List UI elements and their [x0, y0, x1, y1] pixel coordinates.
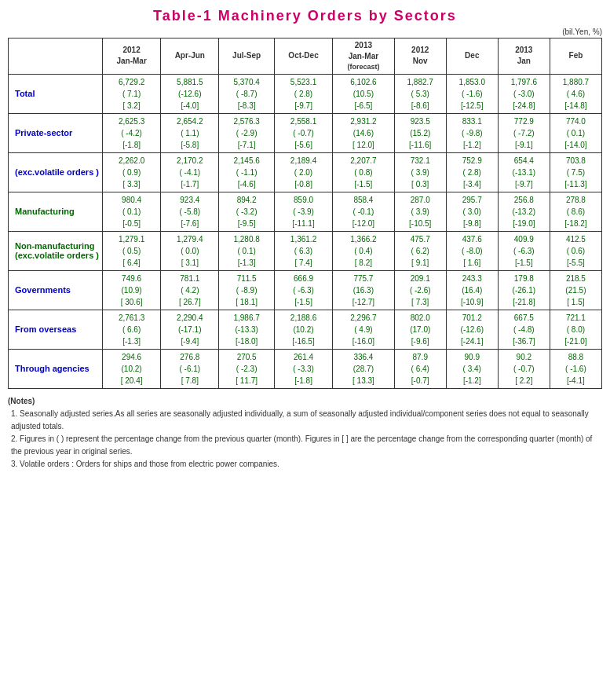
data-cell-r0-c1: 5,881.5(-12.6)[-4.0] [161, 74, 219, 113]
table-row: Manufacturing980.4( 0.1)[-0.5]923.4( -5.… [9, 192, 602, 231]
data-cell-r5-c6: 243.3(16.4)[-10.9] [446, 270, 498, 310]
col-header-jul-sep: Jul-Sep [219, 38, 275, 75]
table-row: Through agencies294.6(10.2)[ 20.4]276.8(… [9, 349, 602, 388]
table-row: Private-sector2,625.3( -4.2)[-1.8]2,654.… [9, 113, 602, 152]
table-row: Governments749.6(10.9)[ 30.6]781.1( 4.2)… [9, 270, 602, 310]
data-cell-r6-c3: 2,188.6(10.2)[-16.5] [274, 310, 332, 349]
notes-section: (Notes) 1. Seasonally adjusted series.As… [8, 395, 602, 471]
data-cell-r5-c7: 179.8(-26.1)[-21.8] [498, 270, 550, 310]
data-cell-r7-c1: 276.8( -6.1)[ 7.8] [161, 349, 219, 388]
data-cell-r1-c3: 2,558.1( -0.7)[-5.6] [274, 113, 332, 152]
data-cell-r1-c5: 923.5(15.2)[-11.6] [394, 113, 446, 152]
data-cell-r2-c8: 703.8( 7.5)[-11.3] [550, 152, 601, 192]
row-label-1: Private-sector [9, 113, 103, 152]
data-cell-r7-c2: 270.5( -2.3)[ 11.7] [219, 349, 275, 388]
data-cell-r1-c1: 2,654.2( 1.1)[-5.8] [161, 113, 219, 152]
data-cell-r3-c3: 859.0( -3.9)[-11.1] [274, 192, 332, 231]
data-cell-r0-c5: 1,882.7( 5.3)[-8.6] [394, 74, 446, 113]
data-cell-r0-c4: 6,102.6(10.5)[-6.5] [333, 74, 395, 113]
row-label-4: Non-manufacturing(exc.volatile orders ) [9, 231, 103, 270]
row-label-0: Total [9, 74, 103, 113]
data-cell-r4-c2: 1,280.8( 0.1)[-1.3] [219, 231, 275, 270]
data-cell-r5-c8: 218.5(21.5)[ 1.5] [550, 270, 601, 310]
data-cell-r5-c3: 666.9( -6.3)[-1.5] [274, 270, 332, 310]
unit-label: (bil.Yen, %) [8, 27, 602, 36]
data-cell-r4-c5: 475.7( 6.2)[ 9.1] [394, 231, 446, 270]
col-header-label [9, 38, 103, 75]
data-cell-r4-c8: 412.5( 0.6)[-5.5] [550, 231, 601, 270]
data-cell-r6-c6: 701.2(-12.6)[-24.1] [446, 310, 498, 349]
col-header-2013-jan: 2013 Jan [498, 38, 550, 75]
data-cell-r3-c8: 278.8( 8.6)[-18.2] [550, 192, 601, 231]
row-label-7: Through agencies [9, 349, 103, 388]
data-cell-r6-c2: 1,986.7(-13.3)[-18.0] [219, 310, 275, 349]
data-cell-r0-c2: 5,370.4( -8.7)[-8.3] [219, 74, 275, 113]
data-cell-r3-c5: 287.0( 3.9)[-10.5] [394, 192, 446, 231]
col-header-2013-jan-mar: 2013 Jan-Mar (forecast) [333, 38, 395, 75]
col-header-oct-dec: Oct-Dec [274, 38, 332, 75]
note-item-1: 2. Figures in ( ) represent the percenta… [11, 433, 602, 458]
data-cell-r1-c0: 2,625.3( -4.2)[-1.8] [103, 113, 161, 152]
data-cell-r7-c0: 294.6(10.2)[ 20.4] [103, 349, 161, 388]
data-cell-r6-c4: 2,296.7( 4.9)[-16.0] [333, 310, 395, 349]
notes-title: (Notes) [8, 395, 602, 408]
table-row: From overseas2,761.3( 6.6)[-1.3]2,290.4(… [9, 310, 602, 349]
note-item-2: 3. Volatile orders : Orders for ships an… [11, 458, 602, 471]
data-cell-r5-c5: 209.1( -2.6)[ 7.3] [394, 270, 446, 310]
data-cell-r7-c7: 90.2( -0.7)[ 2.2] [498, 349, 550, 388]
data-cell-r6-c0: 2,761.3( 6.6)[-1.3] [103, 310, 161, 349]
data-cell-r1-c6: 833.1( -9.8)[-1.2] [446, 113, 498, 152]
table-row: Non-manufacturing(exc.volatile orders )1… [9, 231, 602, 270]
data-cell-r1-c7: 772.9( -7.2)[-9.1] [498, 113, 550, 152]
page-title: Table-1 Machinery Orders by Sectors [8, 8, 602, 24]
data-cell-r4-c4: 1,366.2( 0.4)[ 8.2] [333, 231, 395, 270]
data-cell-r0-c7: 1,797.6( -3.0)[-24.8] [498, 74, 550, 113]
data-cell-r2-c4: 2,207.7( 0.8)[-1.5] [333, 152, 395, 192]
row-label-5: Governments [9, 270, 103, 310]
data-cell-r7-c3: 261.4( -3.3)[-1.8] [274, 349, 332, 388]
data-cell-r4-c3: 1,361.2( 6.3)[ 7.4] [274, 231, 332, 270]
data-cell-r4-c0: 1,279.1( 0.5)[ 6.4] [103, 231, 161, 270]
data-cell-r7-c6: 90.9( 3.4)[-1.2] [446, 349, 498, 388]
data-cell-r6-c5: 802.0(17.0)[-9.6] [394, 310, 446, 349]
table-row: Total6,729.2( 7.1)[ 3.2]5,881.5(-12.6)[-… [9, 74, 602, 113]
data-cell-r4-c7: 409.9( -6.3)[-1.5] [498, 231, 550, 270]
data-cell-r4-c1: 1,279.4( 0.0)[ 3.1] [161, 231, 219, 270]
col-header-2012-nov: 2012 Nov [394, 38, 446, 75]
row-label-6: From overseas [9, 310, 103, 349]
data-cell-r7-c8: 88.8( -1.6)[-4.1] [550, 349, 601, 388]
data-cell-r2-c0: 2,262.0( 0.9)[ 3.3] [103, 152, 161, 192]
data-cell-r1-c4: 2,931.2(14.6)[ 12.0] [333, 113, 395, 152]
data-cell-r2-c2: 2,145.6( -1.1)[-4.6] [219, 152, 275, 192]
data-cell-r0-c0: 6,729.2( 7.1)[ 3.2] [103, 74, 161, 113]
col-header-2012-jan-mar: 2012 Jan-Mar [103, 38, 161, 75]
main-table: 2012 Jan-Mar Apr-Jun Jul-Sep Oct-Dec 201… [8, 38, 602, 389]
data-cell-r6-c8: 721.1( 8.0)[-21.0] [550, 310, 601, 349]
data-cell-r1-c2: 2,576.3( -2.9)[-7.1] [219, 113, 275, 152]
col-header-dec: Dec [446, 38, 498, 75]
data-cell-r3-c4: 858.4( -0.1)[-12.0] [333, 192, 395, 231]
data-cell-r7-c4: 336.4(28.7)[ 13.3] [333, 349, 395, 388]
row-label-3: Manufacturing [9, 192, 103, 231]
data-cell-r3-c6: 295.7( 3.0)[-9.8] [446, 192, 498, 231]
data-cell-r1-c8: 774.0( 0.1)[-14.0] [550, 113, 601, 152]
data-cell-r5-c4: 775.7(16.3)[-12.7] [333, 270, 395, 310]
data-cell-r2-c7: 654.4(-13.1)[-9.7] [498, 152, 550, 192]
table-row: (exc.volatile orders )2,262.0( 0.9)[ 3.3… [9, 152, 602, 192]
data-cell-r2-c6: 752.9( 2.8)[-3.4] [446, 152, 498, 192]
data-cell-r4-c6: 437.6( -8.0)[ 1.6] [446, 231, 498, 270]
data-cell-r3-c0: 980.4( 0.1)[-0.5] [103, 192, 161, 231]
data-cell-r3-c1: 923.4( -5.8)[-7.6] [161, 192, 219, 231]
row-label-2: (exc.volatile orders ) [9, 152, 103, 192]
data-cell-r5-c0: 749.6(10.9)[ 30.6] [103, 270, 161, 310]
data-cell-r0-c8: 1,880.7( 4.6)[-14.8] [550, 74, 601, 113]
data-cell-r5-c1: 781.1( 4.2)[ 26.7] [161, 270, 219, 310]
data-cell-r2-c5: 732.1( 3.9)[ 0.3] [394, 152, 446, 192]
data-cell-r6-c1: 2,290.4(-17.1)[-9.4] [161, 310, 219, 349]
col-header-feb: Feb [550, 38, 601, 75]
data-cell-r3-c7: 256.8(-13.2)[-19.0] [498, 192, 550, 231]
data-cell-r2-c1: 2,170.2( -4.1)[-1.7] [161, 152, 219, 192]
col-header-apr-jun: Apr-Jun [161, 38, 219, 75]
data-cell-r0-c6: 1,853.0( -1.6)[-12.5] [446, 74, 498, 113]
data-cell-r6-c7: 667.5( -4.8)[-36.7] [498, 310, 550, 349]
